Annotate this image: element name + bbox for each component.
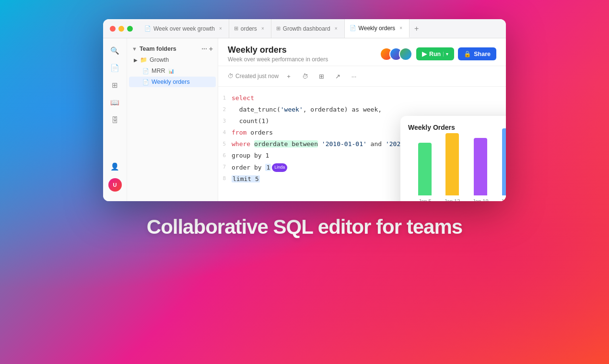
- avatars-group: [380, 47, 412, 61]
- file-label: MRR: [152, 68, 165, 74]
- folder-growth[interactable]: ▶ 📁 Growth: [127, 55, 218, 65]
- chart-popup: Weekly Orders ℹ ⋮ Jan 5 Jan 12 Jan 19: [400, 116, 506, 201]
- tab-orders[interactable]: ⊞ orders ×: [229, 19, 271, 38]
- bar-jan26-bar: [502, 128, 506, 195]
- run-icon: ▶: [422, 50, 427, 57]
- folder-icon: 📁: [140, 57, 147, 63]
- tabs-bar: 📄 Week over week growth × ⊞ orders × ⊞ G…: [140, 19, 506, 38]
- tree-header: ▼ Team folders ··· +: [127, 43, 218, 55]
- bar-jan12-bar: [445, 133, 459, 195]
- sidebar-item-grid[interactable]: ⊞: [107, 78, 123, 93]
- avatar-3: [399, 47, 412, 61]
- tree-add-icon[interactable]: +: [209, 45, 213, 53]
- add-tab-button[interactable]: +: [410, 24, 423, 33]
- bar-jan19-bar: [474, 138, 487, 195]
- line-number: 5: [218, 140, 232, 149]
- tab-close-btn[interactable]: ×: [333, 25, 340, 32]
- line-number: 4: [218, 128, 232, 137]
- page-container: 📄 Week over week growth × ⊞ orders × ⊞ G…: [0, 0, 609, 364]
- toolbar-grid-btn[interactable]: ⊞: [315, 70, 328, 82]
- clock-icon: ⏱: [228, 73, 234, 80]
- editor-header: Weekly orders Week over week performance…: [218, 38, 506, 66]
- file-mrr[interactable]: 📄 MRR 📊: [129, 66, 216, 76]
- sidebar-item-users[interactable]: 👤: [107, 159, 123, 174]
- chart-title: Weekly Orders: [408, 124, 455, 131]
- tab-grid-icon: ⊞: [234, 25, 238, 32]
- run-chevron-icon: ▾: [443, 52, 448, 57]
- bar-jan12-label: Jan 12: [444, 198, 460, 201]
- file-weekly-orders[interactable]: 📄 Weekly orders: [129, 77, 216, 87]
- code-content: from orders: [232, 127, 273, 138]
- minimize-button[interactable]: [118, 26, 124, 32]
- code-content: date_trunc('week', orderdate) as week,: [232, 104, 382, 115]
- line-number: 2: [218, 105, 232, 114]
- tree-header-left: ▼ Team folders: [132, 46, 176, 52]
- title-bar: 📄 Week over week growth × ⊞ orders × ⊞ G…: [103, 19, 506, 38]
- code-content: count(1): [232, 116, 269, 126]
- tree-actions: ··· +: [201, 45, 213, 53]
- editor-subtitle: Week over week performance in orders: [228, 56, 328, 63]
- tab-doc-icon: 📄: [350, 25, 356, 31]
- maximize-button[interactable]: [127, 26, 133, 32]
- chart-area: Jan 5 Jan 12 Jan 19 Jan 26: [408, 137, 506, 201]
- editor-toolbar: ⏱ Created just now + ⏱ ⊞ ↗ ···: [218, 66, 506, 87]
- tab-close-btn[interactable]: ×: [259, 25, 266, 32]
- folder-label: Growth: [150, 57, 169, 63]
- line-number: 6: [218, 151, 232, 160]
- bar-jan19-label: Jan 19: [473, 198, 489, 201]
- line-number: 7: [218, 163, 232, 172]
- tab-close-btn[interactable]: ×: [398, 25, 404, 32]
- bar-jan12: Jan 12: [444, 133, 460, 201]
- run-label: Run: [429, 51, 441, 57]
- tab-growth-dashboard[interactable]: ⊞ Growth dashboard ×: [271, 19, 345, 38]
- bar-jan5: Jan 5: [418, 143, 432, 201]
- file-icon: 📄: [142, 68, 149, 74]
- bar-jan19: Jan 19: [473, 138, 489, 201]
- created-label: Created just now: [235, 73, 279, 80]
- sidebar-item-search[interactable]: 🔍: [107, 43, 123, 58]
- sidebar: 🔍 📄 ⊞ 📖 🗄 👤 U: [103, 38, 127, 201]
- editor-title: Weekly orders: [228, 45, 328, 55]
- code-content: select: [232, 93, 254, 103]
- team-folders-label: Team folders: [140, 46, 176, 52]
- code-content: limit 5: [232, 174, 260, 184]
- code-content: order by 1Linda: [232, 162, 287, 173]
- tab-week-over-week[interactable]: 📄 Week over week growth ×: [140, 19, 229, 38]
- file-tree: ▼ Team folders ··· + ▶ 📁 Growth 📄 MRR: [127, 38, 218, 201]
- toolbar-meta: ⏱ Created just now: [228, 73, 279, 80]
- chart-icon: 📊: [168, 68, 174, 74]
- toolbar-right: ▶ Run ▾ 🔒 Share: [380, 47, 496, 61]
- lock-icon: 🔒: [464, 50, 471, 57]
- sidebar-item-database[interactable]: 🗄: [107, 112, 123, 127]
- linda-badge: Linda: [272, 163, 287, 171]
- toolbar-schedule-btn[interactable]: ⏱: [299, 70, 311, 82]
- sidebar-item-document[interactable]: 📄: [107, 60, 123, 76]
- sidebar-item-book[interactable]: 📖: [107, 95, 123, 110]
- toolbar-more-btn[interactable]: ···: [348, 70, 360, 82]
- bar-jan26-label: Jan 26: [501, 198, 506, 201]
- tab-doc-icon: 📄: [144, 25, 151, 32]
- line-number: 8: [218, 174, 232, 183]
- tree-menu-icon[interactable]: ···: [201, 45, 207, 53]
- toolbar-add-btn[interactable]: +: [282, 70, 295, 82]
- run-button[interactable]: ▶ Run ▾: [416, 47, 454, 60]
- bar-jan26: Jan 26: [501, 128, 506, 201]
- avatar-initial: U: [113, 182, 117, 188]
- bar-jan5-label: Jan 5: [419, 198, 432, 201]
- app-window: 📄 Week over week growth × ⊞ orders × ⊞ G…: [103, 19, 506, 201]
- tab-close-btn[interactable]: ×: [217, 25, 224, 32]
- tab-weekly-orders[interactable]: 📄 Weekly orders ×: [345, 19, 410, 38]
- sidebar-bottom: 👤 U: [107, 159, 123, 196]
- sidebar-avatar[interactable]: U: [108, 178, 122, 192]
- share-label: Share: [474, 51, 491, 57]
- line-number: 3: [218, 117, 232, 126]
- close-button[interactable]: [110, 26, 116, 32]
- tagline: Collaborative SQL editor for teams: [147, 216, 462, 239]
- tab-label: Weekly orders: [359, 25, 395, 32]
- tab-label: Week over week growth: [153, 25, 215, 32]
- line-number: 1: [218, 94, 232, 103]
- toolbar-share-btn[interactable]: ↗: [331, 70, 344, 82]
- bar-jan5-bar: [418, 143, 432, 195]
- share-button[interactable]: 🔒 Share: [458, 47, 496, 60]
- tree-collapse-icon: ▼: [132, 46, 137, 52]
